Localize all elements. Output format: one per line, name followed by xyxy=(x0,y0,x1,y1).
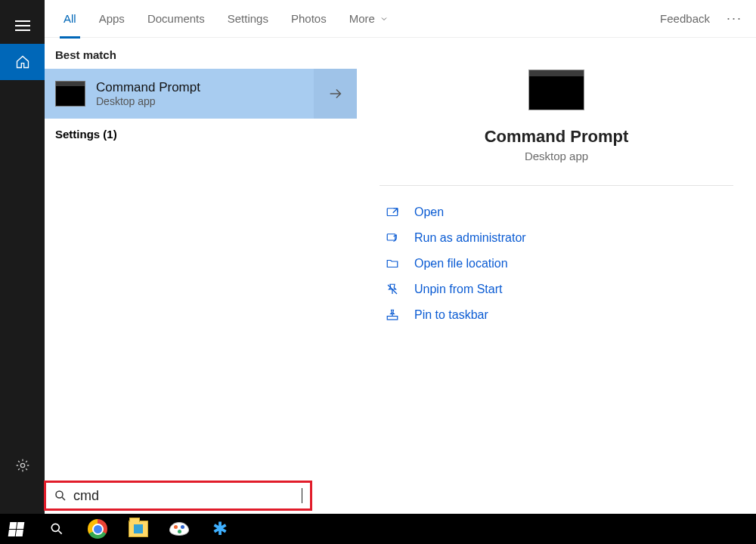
unpin-icon xyxy=(384,283,401,296)
taskbar-app[interactable]: ✱ xyxy=(209,518,231,540)
taskbar-paint[interactable] xyxy=(168,518,191,540)
file-explorer-icon xyxy=(129,521,148,537)
search-box-highlight xyxy=(44,481,312,511)
feedback-link[interactable]: Feedback xyxy=(649,12,720,25)
action-run-admin[interactable]: Run as administrator xyxy=(380,225,733,251)
settings-group[interactable]: Settings (1) xyxy=(45,119,357,150)
tab-all[interactable]: All xyxy=(52,0,88,38)
svg-point-4 xyxy=(56,491,63,498)
tab-more[interactable]: More xyxy=(338,0,400,38)
best-match-header: Best match xyxy=(45,38,357,69)
open-icon xyxy=(384,206,401,219)
shield-icon xyxy=(384,231,401,245)
action-unpin-start-label: Unpin from Start xyxy=(414,283,502,296)
action-unpin-start[interactable]: Unpin from Start xyxy=(380,277,733,302)
search-icon xyxy=(54,489,67,502)
action-run-admin-label: Run as administrator xyxy=(414,231,526,245)
folder-icon xyxy=(384,257,401,270)
windows-logo-icon xyxy=(8,522,24,536)
gear-icon xyxy=(15,458,30,473)
details-title: Command Prompt xyxy=(485,127,629,147)
search-input[interactable] xyxy=(73,488,302,504)
tab-documents[interactable]: Documents xyxy=(136,0,216,38)
snowflake-icon: ✱ xyxy=(212,518,228,539)
command-prompt-icon xyxy=(55,81,85,107)
result-row-command-prompt: Command Prompt Desktop app xyxy=(45,69,357,119)
home-icon xyxy=(15,54,30,70)
result-expand-button[interactable] xyxy=(314,69,357,119)
action-open-location[interactable]: Open file location xyxy=(380,251,733,277)
search-sidebar xyxy=(0,0,45,514)
command-prompt-large-icon xyxy=(528,70,584,110)
paint-palette-icon xyxy=(169,522,189,536)
svg-point-0 xyxy=(20,463,24,467)
divider xyxy=(380,185,733,186)
action-open[interactable]: Open xyxy=(380,199,733,225)
tab-apps[interactable]: Apps xyxy=(88,0,136,38)
sidebar-settings-button[interactable] xyxy=(0,447,45,484)
menu-button[interactable] xyxy=(0,8,45,44)
taskbar-chrome[interactable] xyxy=(86,518,109,540)
svg-rect-2 xyxy=(387,234,395,240)
search-icon xyxy=(49,521,64,536)
pin-icon xyxy=(384,308,401,322)
action-pin-taskbar-label: Pin to taskbar xyxy=(414,308,488,322)
arrow-right-icon xyxy=(327,85,344,102)
taskbar-file-explorer[interactable] xyxy=(127,518,150,540)
text-cursor xyxy=(302,488,302,503)
results-panel: Best match Command Prompt Desktop app Se… xyxy=(45,38,357,514)
tab-settings[interactable]: Settings xyxy=(216,0,280,38)
filter-tabs: All Apps Documents Settings Photos More … xyxy=(45,0,756,38)
taskbar-search-button[interactable] xyxy=(45,518,68,540)
chrome-icon xyxy=(88,519,107,539)
more-options-button[interactable]: ··· xyxy=(720,11,748,26)
action-open-label: Open xyxy=(414,206,444,219)
details-panel: Command Prompt Desktop app Open Run as a… xyxy=(357,38,756,514)
chevron-down-icon xyxy=(380,14,389,23)
svg-rect-3 xyxy=(387,317,398,320)
details-subtitle: Desktop app xyxy=(525,150,588,162)
hamburger-icon xyxy=(15,20,30,31)
tab-more-label: More xyxy=(349,12,375,25)
tab-photos[interactable]: Photos xyxy=(280,0,338,38)
actions-list: Open Run as administrator Open file loca… xyxy=(380,199,733,328)
svg-point-5 xyxy=(51,524,59,531)
action-open-location-label: Open file location xyxy=(414,257,508,270)
result-subtitle: Desktop app xyxy=(96,95,200,107)
result-item[interactable]: Command Prompt Desktop app xyxy=(45,69,314,119)
home-button[interactable] xyxy=(0,44,45,80)
result-title: Command Prompt xyxy=(96,80,200,95)
start-button[interactable] xyxy=(5,518,27,540)
action-pin-taskbar[interactable]: Pin to taskbar xyxy=(380,302,733,328)
taskbar: ✱ xyxy=(0,514,756,544)
